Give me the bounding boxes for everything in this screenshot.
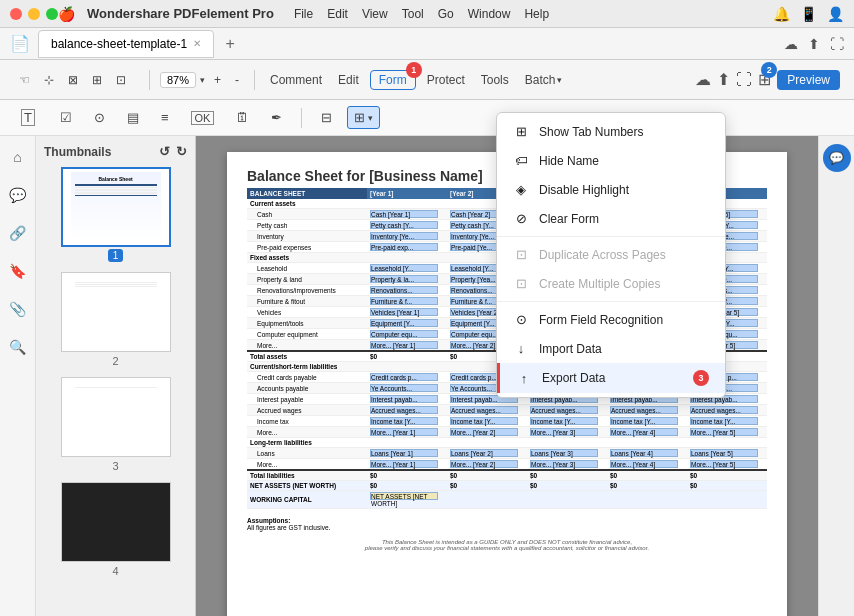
preview-button[interactable]: Preview	[777, 70, 840, 90]
left-tool-comment[interactable]: 💬	[5, 182, 31, 208]
form-list-box[interactable]: ▤	[120, 106, 146, 129]
thumbnail-page-1[interactable]: Balance Sheet 1	[44, 167, 187, 262]
sidebar-rotate-right[interactable]: ↻	[176, 144, 187, 159]
align-left-icon: ⊟	[321, 110, 332, 125]
toolbar-grid-tool[interactable]: ⊞	[87, 70, 107, 90]
menu-window[interactable]: Window	[468, 7, 511, 21]
menu-bar: File Edit View Tool Go Window Help	[294, 7, 549, 21]
zoom-control[interactable]: ▾ + -	[160, 70, 244, 90]
batch-button[interactable]: Batch ▾	[520, 70, 568, 90]
comment-button[interactable]: Comment	[265, 70, 327, 90]
dd-duplicate-pages: ⊡ Duplicate Across Pages	[497, 240, 725, 269]
toolbar-select-tool[interactable]: ⊹	[39, 70, 59, 90]
pdf-icon: 📄	[10, 34, 30, 53]
distribute-chevron[interactable]: ▾	[368, 113, 373, 123]
form-combo[interactable]: ≡	[154, 106, 176, 129]
thumb-image-4	[61, 482, 171, 562]
form-toolbar-sep	[301, 108, 302, 128]
expand-icon-toolbar[interactable]: ⛶	[736, 71, 752, 89]
sidebar-rotate-left[interactable]: ↺	[159, 144, 170, 159]
notification-icon[interactable]: 🔔	[773, 6, 790, 22]
tools-button[interactable]: Tools	[476, 70, 514, 90]
form-checkbox[interactable]: ☑	[53, 106, 79, 129]
dd-disable-highlight-label: Disable Highlight	[539, 183, 629, 197]
cloud-icon-toolbar[interactable]: ☁	[695, 70, 711, 89]
table-row: Accrued wages Accrued wages... Accrued w…	[247, 405, 767, 416]
dd-disable-highlight[interactable]: ◈ Disable Highlight	[497, 175, 725, 204]
menu-view[interactable]: View	[362, 7, 388, 21]
toolbar-snapshot-tool[interactable]: ⊠	[63, 70, 83, 90]
form-signature[interactable]: ✒	[264, 106, 289, 129]
dd-export-data[interactable]: ↑ Export Data 3	[497, 363, 725, 393]
user-avatar[interactable]: 👤	[827, 6, 844, 22]
hide-name-icon: 🏷	[513, 153, 529, 168]
main-toolbar: ☜ ⊹ ⊠ ⊞ ⊡ ▾ + - Comment Edit Form 1 Prot…	[0, 60, 854, 100]
left-tools: ⌂ 💬 🔗 🔖 📎 🔍	[0, 136, 36, 616]
maximize-button[interactable]	[46, 8, 58, 20]
left-tool-attach[interactable]: 📎	[5, 296, 31, 322]
thumbnail-page-2[interactable]: 2	[44, 272, 187, 367]
close-button[interactable]	[10, 8, 22, 20]
minimize-button[interactable]	[28, 8, 40, 20]
form-button-field[interactable]: OK	[184, 107, 222, 129]
tab-add-button[interactable]: +	[220, 34, 240, 54]
table-row: Long-term liabilities	[247, 438, 767, 448]
dd-form-field-recognition[interactable]: ⊙ Form Field Recognition	[497, 305, 725, 334]
tab-close-icon[interactable]: ✕	[193, 38, 201, 49]
form-distribute[interactable]: ⊞ ▾	[347, 106, 380, 129]
text-field-icon: T	[21, 109, 35, 126]
duplicate-pages-icon: ⊡	[513, 247, 529, 262]
dd-import-data[interactable]: ↓ Import Data	[497, 334, 725, 363]
app-name: Wondershare PDFelement Pro	[87, 6, 274, 21]
table-row-total-liabilities: Total liabilities $0 $0 $0 $0 $0	[247, 470, 767, 481]
right-panel-chat-button[interactable]: 💬	[823, 144, 851, 172]
badge2-container: ⊞ 2	[758, 70, 771, 89]
titlebar: 🍎 Wondershare PDFelement Pro File Edit V…	[0, 0, 854, 28]
form-text-field[interactable]: T	[14, 105, 45, 130]
upload-icon-toolbar[interactable]: ⬆	[717, 70, 730, 89]
dd-show-tab-numbers[interactable]: ⊞ Show Tab Numbers	[497, 136, 725, 146]
left-tool-link[interactable]: 🔗	[5, 220, 31, 246]
document-tab[interactable]: balance-sheet-template-1 ✕	[38, 30, 214, 58]
form-align-left[interactable]: ⊟	[314, 106, 339, 129]
form-btn-container: Form 1	[370, 70, 416, 90]
menu-edit[interactable]: Edit	[327, 7, 348, 21]
export-data-icon: ↑	[516, 371, 532, 386]
toolbar-hand-tool[interactable]: ☜	[14, 70, 35, 90]
menu-go[interactable]: Go	[438, 7, 454, 21]
mobile-icon[interactable]: 📱	[800, 6, 817, 22]
form-date-field[interactable]: 🗓	[229, 106, 256, 129]
zoom-out-button[interactable]: -	[230, 70, 244, 90]
tab-title: balance-sheet-template-1	[51, 37, 187, 51]
menu-help[interactable]: Help	[524, 7, 549, 21]
protect-button[interactable]: Protect	[422, 70, 470, 90]
zoom-chevron[interactable]: ▾	[200, 75, 205, 85]
signature-icon: ✒	[271, 110, 282, 125]
dd-hide-name[interactable]: 🏷 Hide Name	[497, 146, 725, 175]
sidebar-header: Thumbnails ↺ ↻	[44, 144, 187, 159]
thumbnail-page-3[interactable]: 3	[44, 377, 187, 472]
menu-tool[interactable]: Tool	[402, 7, 424, 21]
dd-clear-form-label: Clear Form	[539, 212, 599, 226]
expand-icon[interactable]: ⛶	[830, 36, 844, 52]
dd-export-data-label: Export Data	[542, 371, 605, 385]
menu-file[interactable]: File	[294, 7, 313, 21]
zoom-in-button[interactable]: +	[209, 70, 226, 90]
date-icon: 🗓	[236, 110, 249, 125]
thumbnail-sidebar: Thumbnails ↺ ↻ Balance Sheet 1	[36, 136, 196, 616]
col-header-y1: [Year 1]	[367, 188, 447, 199]
left-tool-home[interactable]: ⌂	[5, 144, 31, 170]
form-radio[interactable]: ⊙	[87, 106, 112, 129]
toolbar-pan-tool[interactable]: ⊡	[111, 70, 131, 90]
assumptions-text: All figures are GST inclusive.	[247, 524, 767, 531]
left-tool-search[interactable]: 🔍	[5, 334, 31, 360]
document-area[interactable]: Balance Sheet for [Business Name] BALANC…	[196, 136, 818, 616]
zoom-input[interactable]	[160, 72, 196, 88]
left-tool-bookmark[interactable]: 🔖	[5, 258, 31, 284]
disable-highlight-icon: ◈	[513, 182, 529, 197]
share-icon[interactable]: ⬆	[808, 36, 820, 52]
edit-button[interactable]: Edit	[333, 70, 364, 90]
dd-clear-form[interactable]: ⊘ Clear Form	[497, 204, 725, 233]
thumbnail-page-4[interactable]: 4	[44, 482, 187, 577]
cloud-upload-icon[interactable]: ☁	[784, 36, 798, 52]
